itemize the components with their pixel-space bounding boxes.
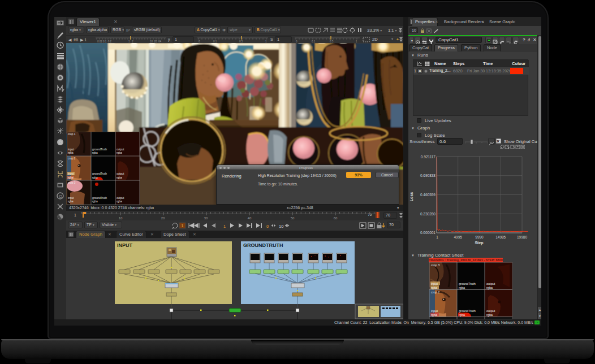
svg-text:groundTruth: groundTruth xyxy=(92,197,107,200)
svg-text:20: 20 xyxy=(161,216,165,220)
svg-text:Loss: Loss xyxy=(409,192,413,201)
svg-text:rgba: rgba xyxy=(68,200,74,203)
svg-text:9990: 9990 xyxy=(475,235,484,239)
svg-text:crop 1: crop 1 xyxy=(68,133,76,136)
svg-text:D: D xyxy=(59,140,63,145)
svg-text:O: O xyxy=(59,194,62,199)
svg-text:crop 3: crop 3 xyxy=(68,181,76,184)
svg-text:output: output xyxy=(117,148,124,151)
svg-text:70: 70 xyxy=(368,213,372,216)
svg-text:rgba: rgba xyxy=(486,313,493,317)
svg-text:4995: 4995 xyxy=(454,235,462,239)
svg-text:0: 0 xyxy=(266,224,269,229)
svg-text:rgba: rgba xyxy=(92,200,98,203)
svg-text:output: output xyxy=(117,172,124,175)
svg-text:0.460559: 0.460559 xyxy=(420,193,436,197)
svg-text:1: 1 xyxy=(223,224,226,229)
svg-text:output: output xyxy=(117,197,124,200)
svg-text:crop 3: crop 3 xyxy=(431,263,439,267)
svg-text:0.230280: 0.230280 xyxy=(420,212,436,216)
svg-text:input: input xyxy=(431,282,438,285)
svg-text:1: 1 xyxy=(436,235,438,239)
svg-text:input: input xyxy=(68,197,74,200)
svg-text:10: 10 xyxy=(119,216,123,220)
svg-text:INPUT: INPUT xyxy=(117,242,133,248)
svg-text:14985: 14985 xyxy=(495,235,506,239)
svg-text:input: input xyxy=(68,148,74,151)
svg-text:Step: Step xyxy=(475,241,483,245)
svg-text:rgba: rgba xyxy=(117,200,122,203)
svg-text:30: 30 xyxy=(204,216,208,220)
svg-text:rgba: rgba xyxy=(68,176,74,179)
svg-text:input: input xyxy=(68,172,74,175)
svg-text:1: 1 xyxy=(182,224,184,228)
svg-text:rgba: rgba xyxy=(92,151,98,154)
svg-text:input: input xyxy=(431,309,438,313)
svg-text:groundTruth: groundTruth xyxy=(459,309,476,313)
svg-text:1: 1 xyxy=(74,213,76,217)
svg-text:rgba: rgba xyxy=(459,313,465,317)
svg-text:10: 10 xyxy=(279,224,283,229)
svg-text:50: 50 xyxy=(291,216,295,220)
svg-text:groundTruth: groundTruth xyxy=(92,172,107,175)
svg-text:rgba: rgba xyxy=(92,176,98,179)
svg-text:0.921117: 0.921117 xyxy=(421,155,436,159)
svg-text:output: output xyxy=(486,282,495,285)
svg-text:rgba: rgba xyxy=(431,313,438,317)
svg-text:40: 40 xyxy=(248,216,252,220)
svg-text:groundTruth: groundTruth xyxy=(92,148,107,151)
svg-text:rgba: rgba xyxy=(486,286,493,289)
svg-text:rgba: rgba xyxy=(459,286,465,289)
svg-text:groundTruth: groundTruth xyxy=(459,282,476,285)
svg-text:0.000001: 0.000001 xyxy=(420,231,436,235)
svg-text:0.690838: 0.690838 xyxy=(420,174,436,177)
svg-text:output: output xyxy=(486,309,495,313)
svg-text:rgba: rgba xyxy=(68,151,74,154)
svg-text:rgba: rgba xyxy=(431,286,438,289)
svg-text:19980: 19980 xyxy=(517,235,527,239)
svg-text:60: 60 xyxy=(334,216,338,220)
svg-text:crop 2: crop 2 xyxy=(431,291,439,294)
svg-text:rgba: rgba xyxy=(117,151,122,154)
svg-text:GROUNDTRUTH: GROUNDTRUTH xyxy=(243,242,283,248)
svg-text:crop 2: crop 2 xyxy=(68,157,76,160)
svg-text:rgba: rgba xyxy=(117,176,122,179)
